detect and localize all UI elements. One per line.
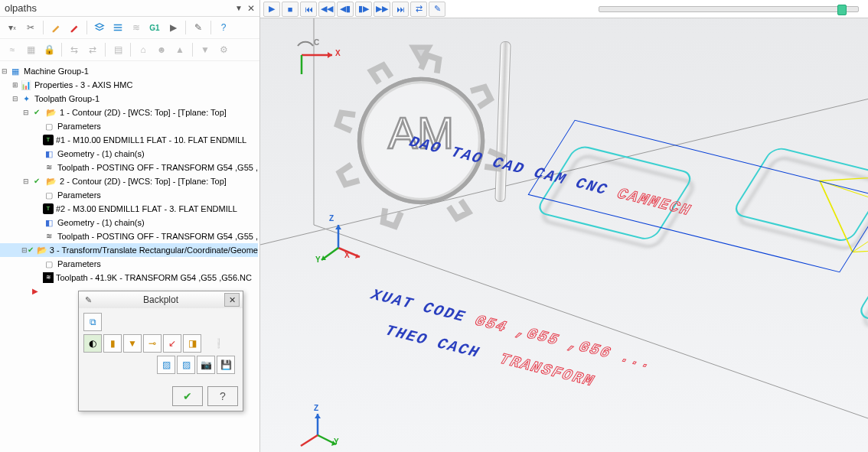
house-icon[interactable]: ⌂ xyxy=(135,42,151,57)
toolbar-row-1: ▾x ✂ ≋ G1 ▶ ✎ ? xyxy=(0,17,259,39)
opt1-button[interactable]: ⇄ xyxy=(410,2,427,17)
label: #2 - M3.00 ENDMILL1 FLAT - 3. FLAT ENDMI… xyxy=(56,202,237,216)
tree-op2-tp[interactable]: ≋Toolpath - POSTING OFF - TRANSFORM G54 … xyxy=(0,229,258,243)
next-button[interactable]: ▶▶ xyxy=(374,2,390,17)
grid-icon[interactable]: ▤ xyxy=(110,42,126,57)
last-button[interactable]: ⏭ xyxy=(392,2,409,17)
3d-viewport[interactable]: ▶ ■ ⏮ ◀◀ ◀▮ ▮▶ ▶▶ ⏭ ⇄ ✎ X Y Z xyxy=(260,0,868,452)
label: #1 - M10.00 ENDMILL1 FLAT - 10. FLAT END… xyxy=(56,133,246,147)
stop-button[interactable]: ■ xyxy=(282,2,299,17)
help-icon[interactable]: ? xyxy=(216,20,231,35)
label: Properties - 3 - AXIS HMC xyxy=(34,78,132,92)
label: Toolpath - POSTING OFF - TRANSFORM G54 ,… xyxy=(57,161,258,174)
ok-button[interactable]: ✔ xyxy=(172,386,203,406)
bp-expand[interactable]: ⧉ xyxy=(83,313,102,331)
tree-op2[interactable]: ⊟✔📂 2 - Contour (2D) - [WCS: Top] - [Tpl… xyxy=(0,174,258,188)
delete-op-icon[interactable] xyxy=(67,20,82,35)
wire-icon[interactable]: ≋ xyxy=(129,20,144,35)
stepback-button[interactable]: ◀▮ xyxy=(337,2,354,17)
play-button[interactable]: ▶ xyxy=(263,2,280,17)
tree-op1-tp[interactable]: ≋Toolpath - POSTING OFF - TRANSFORM G54 … xyxy=(0,161,258,174)
label: 2 - Contour (2D) - [WCS: Top] - [Tplane:… xyxy=(60,174,227,188)
bp-material-icon[interactable]: ◨ xyxy=(183,334,201,353)
backplot-icon: ✎ xyxy=(82,294,94,306)
label: Geometry - (1) chain(s) xyxy=(57,147,145,161)
wand-icon[interactable]: ✎ xyxy=(191,20,206,35)
tree-op1[interactable]: ⊟✔📂 1 - Contour (2D) - [WCS: Top] - [Tpl… xyxy=(0,106,258,119)
filter-icon[interactable]: ▼ xyxy=(197,42,213,57)
label: Machine Group-1 xyxy=(24,64,89,78)
tree-op1-params[interactable]: ▢Parameters xyxy=(0,119,258,133)
scene: X Y Z X C Z Y xyxy=(260,18,868,452)
tree-op2-tool[interactable]: T#2 - M3.00 ENDMILL1 FLAT - 3. FLAT ENDM… xyxy=(0,202,258,216)
g1-button[interactable]: G1 xyxy=(147,20,162,35)
label: Parameters xyxy=(57,119,101,133)
backplot-titlebar[interactable]: ✎ Backplot ✕ xyxy=(79,291,243,308)
tree-properties[interactable]: ⊞📊 Properties - 3 - AXIS HMC xyxy=(0,78,258,92)
label: Geometry - (1) chain(s) xyxy=(57,216,145,229)
panel-header: olpaths ▼ ✕ xyxy=(0,0,259,17)
label: Parameters xyxy=(57,257,101,271)
panel-dropdown-icon[interactable]: ▼ xyxy=(235,4,243,12)
lock-icon[interactable]: 🔒 xyxy=(41,42,57,57)
speed-slider[interactable] xyxy=(599,6,859,12)
panel-close-icon[interactable]: ✕ xyxy=(247,3,255,14)
backplot-title: Backplot xyxy=(97,294,224,305)
tree-op1-geo[interactable]: ◧Geometry - (1) chain(s) xyxy=(0,147,258,161)
first-button[interactable]: ⏮ xyxy=(300,2,317,17)
bp-save-icon[interactable]: 💾 xyxy=(217,356,235,374)
bp-hatch2-icon[interactable]: ▨ xyxy=(177,356,195,374)
flag-icon[interactable]: ▶ xyxy=(165,20,181,35)
bp-key-icon[interactable]: ⊸ xyxy=(143,334,162,353)
bp-holder-icon[interactable]: ▼ xyxy=(123,334,142,353)
help-button[interactable]: ? xyxy=(207,386,238,406)
playback-bar: ▶ ■ ⏮ ◀◀ ◀▮ ▮▶ ▶▶ ⏭ ⇄ ✎ xyxy=(260,0,868,18)
prev-button[interactable]: ◀◀ xyxy=(318,2,335,17)
bp-mode1[interactable]: ◐ xyxy=(83,334,102,353)
bp-camera-icon[interactable]: 📷 xyxy=(197,356,215,374)
operations-tree: ⊟▦ Machine Group-1 ⊞📊 Properties - 3 - A… xyxy=(0,61,259,301)
swap2-icon[interactable]: ⇄ xyxy=(85,42,100,57)
person-icon[interactable]: ☻ xyxy=(154,42,169,57)
tree-op3-params[interactable]: ▢Parameters xyxy=(0,257,258,271)
tree-toolpath-group[interactable]: ⊟✦ Toolpath Group-1 xyxy=(0,92,258,106)
tree-machine-group[interactable]: ⊟▦ Machine Group-1 xyxy=(0,64,258,78)
bp-info-icon[interactable]: ❕ xyxy=(209,334,227,353)
layers-icon[interactable] xyxy=(92,20,107,35)
select-icon[interactable]: ▾x xyxy=(5,20,20,35)
tree-op2-params[interactable]: ▢Parameters xyxy=(0,188,258,202)
bp-tool-icon[interactable]: ▮ xyxy=(103,334,122,353)
swap-icon[interactable]: ⇆ xyxy=(67,42,82,57)
label: 3 - Transform/Translate Rectangular/Coor… xyxy=(50,243,258,257)
panel-title-text: olpaths xyxy=(5,2,37,14)
backplot-close-icon[interactable]: ✕ xyxy=(224,293,240,307)
label: Toolpath - POSTING OFF - TRANSFORM G54 ,… xyxy=(57,229,258,243)
layers2-icon[interactable] xyxy=(110,20,126,35)
tree-op3-tp[interactable]: ≋Toolpath - 41.9K - TRANSFORM G54 ,G55 ,… xyxy=(0,271,258,285)
tree-op2-geo[interactable]: ◧Geometry - (1) chain(s) xyxy=(0,216,258,229)
wave-icon[interactable]: ≈ xyxy=(5,42,20,57)
tree-op3[interactable]: ⊟✔📂 3 - Transform/Translate Rectangular/… xyxy=(0,243,258,257)
cut-icon[interactable]: ✂ xyxy=(23,20,38,35)
svg-line-19 xyxy=(853,157,868,267)
opt2-button[interactable]: ✎ xyxy=(429,2,445,17)
label: Toolpath Group-1 xyxy=(34,92,100,106)
cone-icon[interactable]: ▲ xyxy=(172,42,188,57)
gear-icon[interactable]: ⚙ xyxy=(216,42,231,57)
toolbar-row-2: ≈ ▦ 🔒 ⇆ ⇄ ▤ ⌂ ☻ ▲ ▼ ⚙ xyxy=(0,39,259,61)
wavebox-icon[interactable]: ▦ xyxy=(23,42,38,57)
tree-op1-tool[interactable]: T#1 - M10.00 ENDMILL1 FLAT - 10. FLAT EN… xyxy=(0,133,258,147)
label: Toolpath - 41.9K - TRANSFORM G54 ,G55 ,G… xyxy=(56,271,252,285)
edit-op-icon[interactable] xyxy=(48,20,64,35)
bp-hatch1-icon[interactable]: ▨ xyxy=(157,356,175,374)
label: Parameters xyxy=(57,188,101,202)
label: 1 - Contour (2D) - [WCS: Top] - [Tplane:… xyxy=(60,106,227,119)
bp-pin-icon[interactable]: ↙ xyxy=(163,334,181,353)
svg-line-18 xyxy=(811,180,868,242)
backplot-dialog: ✎ Backplot ✕ ⧉ ◐ ▮ ▼ ⊸ ↙ ◨ ❕ ▨ ▨ 📷 💾 ✔ ? xyxy=(78,291,243,411)
stepfwd-button[interactable]: ▮▶ xyxy=(355,2,372,17)
